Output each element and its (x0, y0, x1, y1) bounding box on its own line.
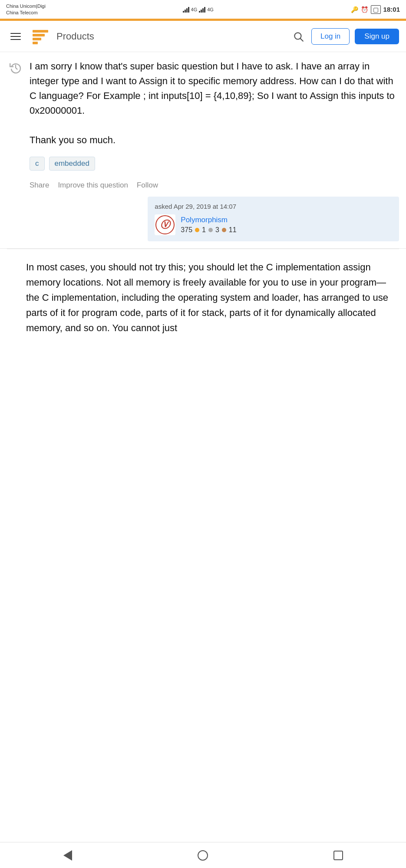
tags-row: c embedded (30, 157, 399, 171)
question-meta-col (7, 59, 24, 241)
products-nav-label[interactable]: Products (56, 31, 285, 42)
answer-body-text: In most cases, you should not try this; … (26, 260, 399, 336)
navbar: Products Log in Sign up (0, 21, 406, 52)
hamburger-line-1 (10, 33, 21, 34)
user-avatar[interactable]: Ⓥ (155, 214, 175, 235)
hamburger-line-2 (10, 36, 21, 37)
bar2 (185, 10, 186, 13)
gold-count: 1 (202, 226, 206, 234)
content-area: I am sorry I know that's super basic que… (0, 52, 406, 346)
question-body-text: I am sorry I know that's super basic que… (30, 59, 399, 148)
logo-bar-3 (33, 38, 41, 40)
share-link[interactable]: Share (30, 181, 49, 190)
reputation-score: 375 (181, 226, 192, 234)
question-content-col: I am sorry I know that's super basic que… (30, 59, 399, 241)
follow-link[interactable]: Follow (137, 181, 158, 190)
svg-line-1 (300, 38, 303, 41)
network-label-1: 4G (191, 7, 198, 12)
bar1 (183, 11, 184, 13)
bar4 (188, 7, 189, 13)
back-button[interactable] (55, 846, 81, 865)
recent-icon (333, 851, 343, 860)
bronze-dot (222, 228, 226, 232)
silver-count: 3 (215, 226, 219, 234)
question-block: I am sorry I know that's super basic que… (0, 52, 406, 249)
user-reputation: 375 1 3 11 (181, 226, 236, 234)
site-logo[interactable] (30, 26, 51, 47)
carrier1-label: China Unicom|Digi (6, 3, 46, 9)
question-actions: Share Improve this question Follow (30, 181, 399, 190)
logo-bar-1 (33, 30, 48, 33)
asked-date: asked Apr 29, 2019 at 14:07 (155, 203, 392, 210)
signup-button[interactable]: Sign up (355, 29, 399, 44)
home-icon (198, 850, 208, 861)
bar6 (201, 10, 202, 13)
tag-c[interactable]: c (30, 157, 45, 171)
asked-by-card: asked Apr 29, 2019 at 14:07 Ⓥ Polymorphi… (148, 197, 399, 241)
network-label-2: 4G (207, 7, 214, 12)
bar8 (204, 7, 205, 13)
silver-dot (208, 228, 213, 232)
logo-bar-4 (33, 42, 38, 44)
carrier-info: China Unicom|Digi China Telecom (6, 3, 46, 16)
logo-stack (33, 28, 48, 44)
logo-bar-2 (33, 34, 45, 36)
gold-dot (195, 228, 199, 232)
status-right-icons: 🔑 ⏰ ▢ 18:01 (351, 5, 400, 14)
status-bar: China Unicom|Digi China Telecom 4G 4G 🔑 … (0, 0, 406, 19)
alarm-icon: ⏰ (361, 6, 368, 13)
recent-apps-button[interactable] (325, 846, 351, 865)
carrier2-label: China Telecom (6, 10, 46, 16)
login-button[interactable]: Log in (311, 28, 350, 45)
battery-icon: ▢ (371, 5, 381, 14)
bronze-count: 11 (229, 226, 237, 234)
key-icon: 🔑 (351, 6, 358, 13)
back-icon (63, 850, 72, 861)
time-display: 18:01 (383, 6, 400, 13)
hamburger-line-3 (10, 39, 21, 40)
signal-bars-1 (183, 7, 189, 13)
user-info: Polymorphism 375 1 3 11 (181, 216, 236, 234)
search-icon[interactable] (290, 29, 306, 44)
home-button[interactable] (190, 846, 216, 865)
signal-bars-2 (199, 7, 205, 13)
asked-by-user: Ⓥ Polymorphism 375 1 3 11 (155, 214, 392, 235)
hamburger-menu-button[interactable] (7, 30, 24, 43)
bar7 (202, 8, 204, 13)
avatar-v-symbol: Ⓥ (155, 215, 175, 234)
tag-embedded[interactable]: embedded (49, 157, 95, 171)
improve-question-link[interactable]: Improve this question (58, 181, 128, 190)
answer-block: In most cases, you should not try this; … (0, 249, 406, 346)
bar3 (186, 8, 188, 13)
username-label[interactable]: Polymorphism (181, 216, 236, 224)
history-icon (9, 61, 23, 75)
signal-indicators: 4G 4G (183, 7, 214, 13)
bottom-nav (0, 842, 406, 868)
bar5 (199, 11, 200, 13)
